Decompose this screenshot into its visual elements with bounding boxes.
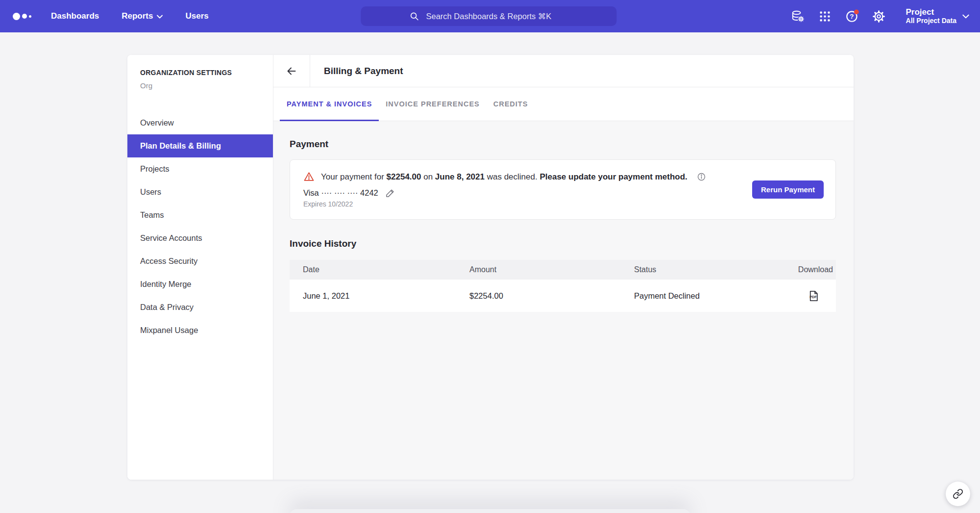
settings-card: ORGANIZATION SETTINGS Org Overview Plan … [127,55,854,480]
chevron-down-icon [962,12,969,21]
declined-alert: Your payment for $2254.00 on June 8, 202… [303,171,706,182]
invoice-date: June 1, 2021 [303,291,469,301]
warning-triangle-icon [303,171,315,182]
download-pdf-icon[interactable]: PDF [807,289,820,303]
invoice-table: Date Amount Status Download June 1, 2021… [290,260,836,312]
search-input[interactable] [361,6,616,26]
mixpanel-logo[interactable] [13,13,31,20]
alert-action: Please update your payment method. [539,172,687,181]
invoice-amount: $2254.00 [469,291,634,301]
pane-header: Billing & Payment [273,55,854,87]
billing-tabs: PAYMENT & INVOICES INVOICE PREFERENCES C… [273,87,854,121]
column-header-status: Status [634,265,774,274]
nav-right-cluster: ? Project All Project Data [791,7,969,25]
alert-amount: $2254.00 [387,172,421,181]
tab-payment-invoices[interactable]: PAYMENT & INVOICES [280,87,379,121]
payment-method-row: Visa ···· ···· ···· 4242 [303,188,706,198]
alert-text: Your payment for $2254.00 on June 8, 202… [321,172,687,182]
bottom-peek-panel [289,509,691,513]
back-button[interactable] [284,64,299,78]
pane-content: Payment Your payment for $2254.00 on Jun… [273,121,854,480]
top-nav: Dashboards Reports Users [0,0,980,32]
edit-card-icon[interactable] [385,188,395,198]
project-switcher-subtitle: All Project Data [906,17,956,25]
help-icon[interactable]: ? [845,9,859,23]
nav-link-users[interactable]: Users [185,11,208,21]
org-name: Org [127,81,273,90]
sidebar-item-plan-details-billing[interactable]: Plan Details & Billing [127,134,273,157]
column-header-download: Download [774,265,833,274]
data-management-icon[interactable] [791,9,805,23]
org-settings-sidebar: ORGANIZATION SETTINGS Org Overview Plan … [127,55,273,480]
nav-link-dashboards[interactable]: Dashboards [51,11,99,21]
nav-link-label: Users [185,11,208,21]
sidebar-item-teams[interactable]: Teams [127,204,273,227]
sidebar-item-overview[interactable]: Overview [127,111,273,134]
column-header-amount: Amount [469,265,634,274]
payment-section-title: Payment [290,139,836,150]
sidebar-item-service-accounts[interactable]: Service Accounts [127,227,273,250]
invoice-row: June 1, 2021 $2254.00 Payment Declined P… [290,280,836,312]
apps-grid-icon[interactable] [818,9,832,23]
card-expiry: Expires 10/2022 [303,200,706,208]
nav-link-label: Reports [122,11,153,21]
card-summary: Visa ···· ···· ···· 4242 [303,188,378,198]
sidebar-item-projects[interactable]: Projects [127,157,273,180]
tab-credits[interactable]: CREDITS [487,87,535,121]
sidebar-item-mixpanel-usage[interactable]: Mixpanel Usage [127,319,273,342]
sidebar-heading: ORGANIZATION SETTINGS [127,69,273,77]
sidebar-item-access-security[interactable]: Access Security [127,250,273,273]
global-search [361,6,616,26]
link-icon [953,488,963,499]
billing-pane: Billing & Payment PAYMENT & INVOICES INV… [273,55,854,480]
payment-alert-details: Your payment for $2254.00 on June 8, 202… [303,171,706,208]
project-switcher[interactable]: Project All Project Data [906,7,969,25]
svg-text:?: ? [850,13,854,20]
invoice-table-header: Date Amount Status Download [290,260,836,280]
column-header-date: Date [303,265,469,274]
payment-alert-card: Your payment for $2254.00 on June 8, 202… [290,159,836,220]
sidebar-item-data-privacy[interactable]: Data & Privacy [127,296,273,319]
back-box [273,55,310,87]
chevron-down-icon [157,11,163,21]
project-switcher-title: Project [906,7,956,17]
search-icon [409,11,419,23]
invoice-history-title: Invoice History [290,238,836,249]
alert-date: June 8, 2021 [435,172,485,181]
sidebar-item-identity-merge[interactable]: Identity Merge [127,273,273,296]
sidebar-list: Overview Plan Details & Billing Projects… [127,111,273,342]
info-icon[interactable] [697,172,706,181]
page-title: Billing & Payment [310,55,403,87]
nav-link-label: Dashboards [51,11,99,21]
logo-dot-large [13,13,20,20]
rerun-payment-button[interactable]: Rerun Payment [752,180,824,199]
sidebar-item-users[interactable]: Users [127,180,273,204]
nav-link-reports[interactable]: Reports [122,11,163,21]
tab-invoice-preferences[interactable]: INVOICE PREFERENCES [379,87,486,121]
svg-text:PDF: PDF [809,294,817,299]
invoice-status: Payment Declined [634,291,774,301]
copy-link-button[interactable] [946,482,970,506]
logo-dot-medium [22,14,27,19]
settings-gear-icon[interactable] [872,9,886,23]
logo-dot-small [29,15,31,18]
